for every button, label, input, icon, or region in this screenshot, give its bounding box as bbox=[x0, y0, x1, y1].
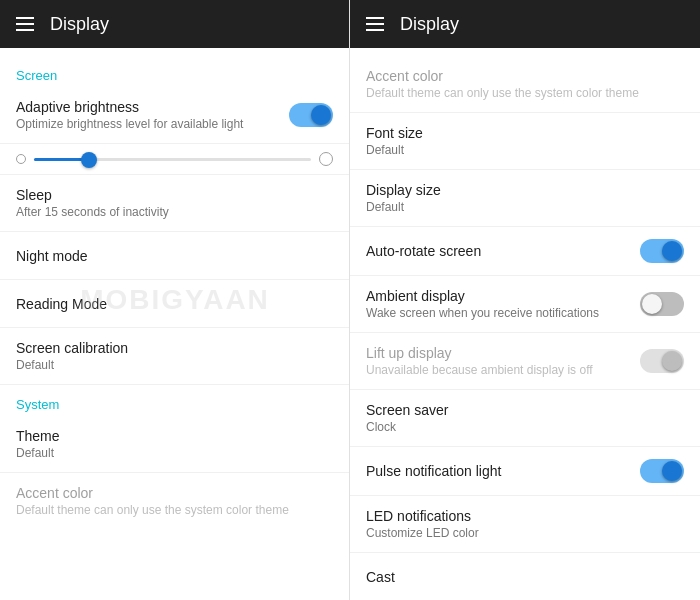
accent-color-right-subtitle: Default theme can only use the system co… bbox=[366, 86, 684, 100]
cast-row[interactable]: Cast bbox=[350, 553, 700, 600]
right-panel: Display Accent color Default theme can o… bbox=[350, 0, 700, 600]
reading-mode-title: Reading Mode bbox=[16, 296, 333, 312]
led-notifications-title: LED notifications bbox=[366, 508, 684, 524]
ambient-display-toggle[interactable] bbox=[640, 292, 684, 316]
screen-calibration-subtitle: Default bbox=[16, 358, 333, 372]
font-size-subtitle: Default bbox=[366, 143, 684, 157]
screen-section-header: Screen bbox=[0, 56, 349, 87]
night-mode-row[interactable]: Night mode bbox=[0, 232, 349, 280]
right-topbar: Display bbox=[350, 0, 700, 48]
ambient-display-title: Ambient display bbox=[366, 288, 640, 304]
pulse-notification-toggle[interactable] bbox=[640, 459, 684, 483]
right-topbar-title: Display bbox=[400, 14, 459, 35]
brightness-slider-thumb bbox=[81, 152, 97, 168]
font-size-title: Font size bbox=[366, 125, 684, 141]
brightness-slider-row[interactable] bbox=[0, 144, 349, 175]
screen-saver-row[interactable]: Screen saver Clock bbox=[350, 390, 700, 447]
accent-color-left-subtitle: Default theme can only use the system co… bbox=[16, 503, 333, 517]
adaptive-brightness-row[interactable]: Adaptive brightness Optimize brightness … bbox=[0, 87, 349, 144]
sleep-row[interactable]: Sleep After 15 seconds of inactivity bbox=[0, 175, 349, 232]
right-content: Accent color Default theme can only use … bbox=[350, 48, 700, 600]
theme-subtitle: Default bbox=[16, 446, 333, 460]
auto-rotate-row[interactable]: Auto-rotate screen bbox=[350, 227, 700, 276]
sleep-subtitle: After 15 seconds of inactivity bbox=[16, 205, 333, 219]
screen-calibration-row[interactable]: Screen calibration Default bbox=[0, 328, 349, 385]
left-topbar-title: Display bbox=[50, 14, 109, 35]
left-content: Screen Adaptive brightness Optimize brig… bbox=[0, 48, 349, 600]
cast-title: Cast bbox=[366, 569, 684, 585]
lift-up-display-row: Lift up display Unavailable because ambi… bbox=[350, 333, 700, 390]
theme-row[interactable]: Theme Default bbox=[0, 416, 349, 473]
display-size-row[interactable]: Display size Default bbox=[350, 170, 700, 227]
led-notifications-row[interactable]: LED notifications Customize LED color bbox=[350, 496, 700, 553]
screen-calibration-title: Screen calibration bbox=[16, 340, 333, 356]
left-menu-icon[interactable] bbox=[16, 17, 34, 31]
screen-saver-subtitle: Clock bbox=[366, 420, 684, 434]
adaptive-brightness-subtitle: Optimize brightness level for available … bbox=[16, 117, 289, 131]
lift-up-display-title: Lift up display bbox=[366, 345, 640, 361]
accent-color-right-title: Accent color bbox=[366, 68, 684, 84]
pulse-notification-title: Pulse notification light bbox=[366, 463, 640, 479]
lift-up-display-toggle bbox=[640, 349, 684, 373]
reading-mode-row[interactable]: Reading Mode bbox=[0, 280, 349, 328]
accent-color-left-title: Accent color bbox=[16, 485, 333, 501]
auto-rotate-title: Auto-rotate screen bbox=[366, 243, 640, 259]
night-mode-title: Night mode bbox=[16, 248, 333, 264]
sleep-title: Sleep bbox=[16, 187, 333, 203]
theme-title: Theme bbox=[16, 428, 333, 444]
ambient-display-row[interactable]: Ambient display Wake screen when you rec… bbox=[350, 276, 700, 333]
display-size-title: Display size bbox=[366, 182, 684, 198]
toggle-thumb bbox=[311, 105, 331, 125]
ambient-display-subtitle: Wake screen when you receive notificatio… bbox=[366, 306, 640, 320]
brightness-low-icon bbox=[16, 154, 26, 164]
system-section-header: System bbox=[0, 385, 349, 416]
right-menu-icon[interactable] bbox=[366, 17, 384, 31]
lift-up-display-subtitle: Unavailable because ambient display is o… bbox=[366, 363, 640, 377]
screen-saver-title: Screen saver bbox=[366, 402, 684, 418]
accent-color-right-row: Accent color Default theme can only use … bbox=[350, 56, 700, 113]
accent-color-left-row: Accent color Default theme can only use … bbox=[0, 473, 349, 529]
left-topbar: Display bbox=[0, 0, 349, 48]
display-size-subtitle: Default bbox=[366, 200, 684, 214]
font-size-row[interactable]: Font size Default bbox=[350, 113, 700, 170]
lift-up-display-toggle-thumb bbox=[662, 351, 682, 371]
brightness-slider-track[interactable] bbox=[34, 158, 311, 161]
led-notifications-subtitle: Customize LED color bbox=[366, 526, 684, 540]
adaptive-brightness-title: Adaptive brightness bbox=[16, 99, 289, 115]
adaptive-brightness-toggle[interactable] bbox=[289, 103, 333, 127]
pulse-notification-row[interactable]: Pulse notification light bbox=[350, 447, 700, 496]
pulse-notification-toggle-thumb bbox=[662, 461, 682, 481]
auto-rotate-toggle[interactable] bbox=[640, 239, 684, 263]
auto-rotate-toggle-thumb bbox=[662, 241, 682, 261]
brightness-high-icon bbox=[319, 152, 333, 166]
ambient-display-toggle-thumb bbox=[642, 294, 662, 314]
